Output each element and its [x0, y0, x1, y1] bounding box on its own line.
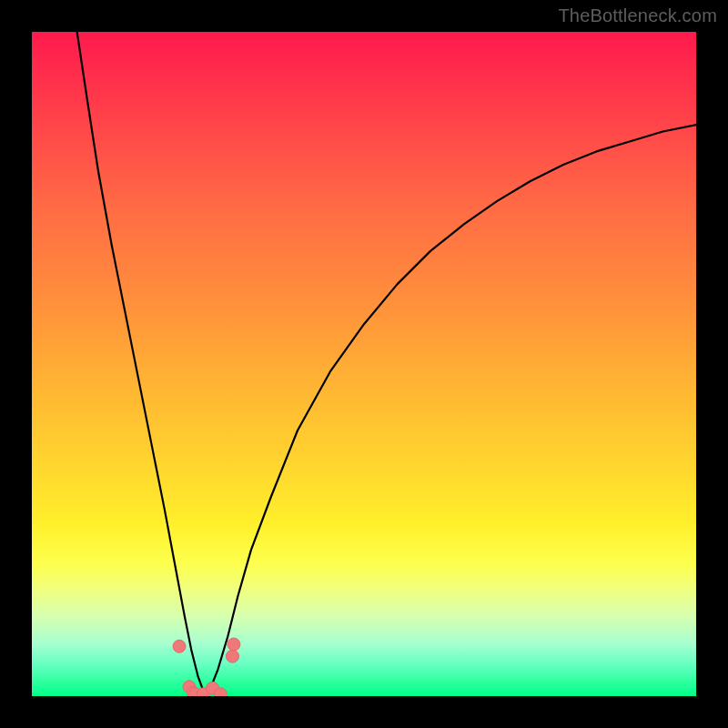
bottleneck-curve	[77, 32, 696, 694]
highlight-dots	[173, 638, 240, 696]
plot-svg	[32, 32, 696, 696]
watermark-text: TheBottleneck.com	[558, 5, 717, 26]
highlight-dot	[173, 640, 186, 652]
highlight-dot	[226, 650, 238, 662]
highlight-dot	[214, 688, 227, 696]
plot-area	[32, 32, 696, 696]
chart-frame: TheBottleneck.com	[0, 0, 728, 728]
highlight-dot	[228, 638, 240, 651]
